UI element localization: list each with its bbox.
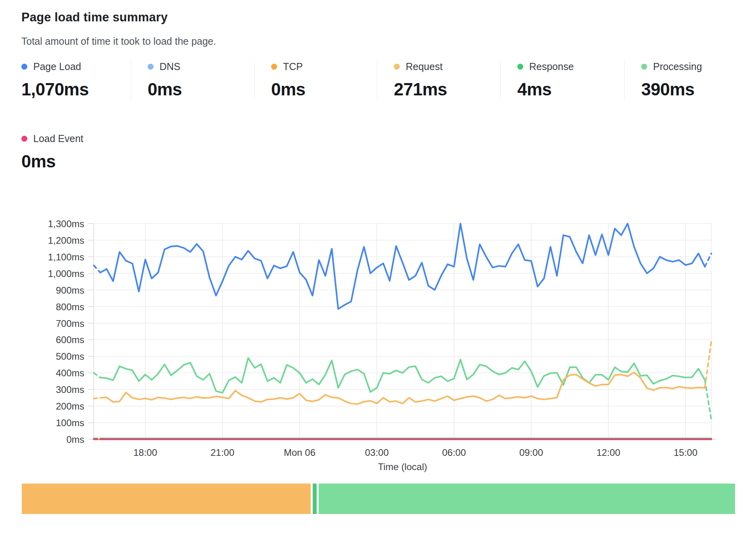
- svg-text:21:00: 21:00: [211, 447, 234, 458]
- selector-segment-sliver[interactable]: [313, 484, 317, 514]
- svg-text:12:00: 12:00: [596, 447, 620, 458]
- svg-text:1,300ms: 1,300ms: [48, 218, 84, 229]
- svg-text:900ms: 900ms: [56, 285, 84, 296]
- svg-text:09:00: 09:00: [519, 447, 543, 458]
- timeline-selector-bar[interactable]: [22, 484, 735, 514]
- selector-segment-processing[interactable]: [319, 484, 735, 514]
- svg-text:18:00: 18:00: [133, 447, 157, 458]
- svg-text:15:00: 15:00: [674, 447, 697, 458]
- svg-text:100ms: 100ms: [56, 417, 84, 428]
- svg-text:800ms: 800ms: [56, 302, 84, 312]
- svg-text:400ms: 400ms: [56, 368, 84, 378]
- svg-text:700ms: 700ms: [56, 318, 84, 329]
- svg-text:Time (local): Time (local): [378, 461, 427, 472]
- svg-text:1,100ms: 1,100ms: [48, 252, 84, 262]
- page-load-time-chart[interactable]: 0ms100ms200ms300ms400ms500ms600ms700ms80…: [0, 0, 756, 535]
- svg-text:Mon 06: Mon 06: [284, 447, 315, 458]
- svg-text:06:00: 06:00: [442, 447, 466, 458]
- svg-text:600ms: 600ms: [56, 334, 84, 345]
- page-load-time-summary-panel: Page load time summary Total amount of t…: [0, 0, 756, 535]
- svg-text:1,000ms: 1,000ms: [48, 268, 84, 279]
- svg-text:300ms: 300ms: [56, 384, 84, 395]
- svg-text:1,200ms: 1,200ms: [48, 235, 84, 246]
- selector-segment-request[interactable]: [22, 484, 311, 514]
- svg-text:03:00: 03:00: [365, 447, 389, 458]
- svg-text:0ms: 0ms: [66, 434, 84, 445]
- svg-text:200ms: 200ms: [56, 401, 84, 412]
- svg-text:500ms: 500ms: [56, 351, 84, 362]
